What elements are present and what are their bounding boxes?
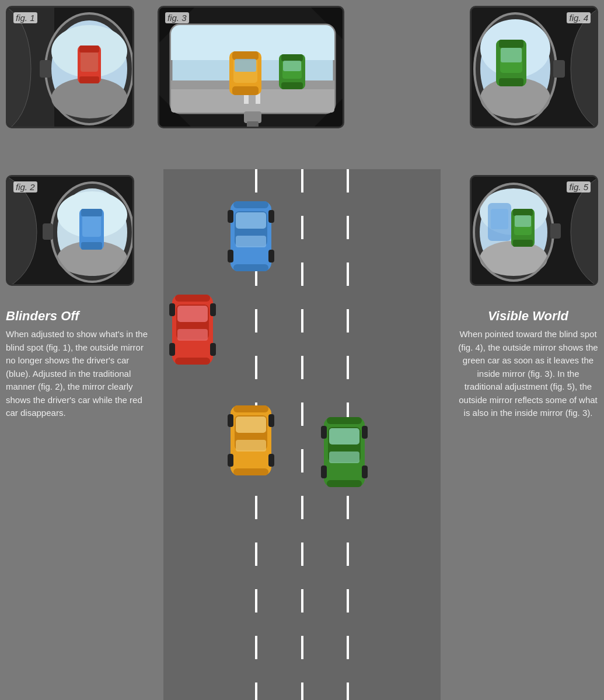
svg-rect-78 [233, 201, 268, 208]
car-yellow [228, 402, 274, 478]
svg-rect-44 [281, 82, 303, 89]
svg-rect-57 [501, 48, 522, 62]
fig1-label: fig. 1 [13, 12, 37, 23]
svg-rect-98 [175, 295, 210, 302]
svg-rect-113 [362, 466, 368, 478]
svg-rect-77 [236, 236, 266, 247]
svg-rect-108 [327, 417, 362, 424]
svg-rect-86 [236, 416, 266, 433]
svg-rect-70 [513, 240, 533, 247]
svg-rect-45 [283, 61, 301, 71]
svg-rect-38 [232, 51, 259, 60]
svg-rect-40 [235, 59, 256, 72]
svg-rect-9 [79, 76, 99, 83]
car-blue [228, 198, 274, 274]
svg-rect-55 [499, 40, 523, 48]
svg-rect-73 [550, 223, 561, 239]
visible-world-text: When pointed toward the blind spot (fig.… [458, 328, 598, 420]
car-red [169, 292, 216, 368]
svg-rect-8 [79, 46, 99, 52]
svg-rect-11 [40, 60, 51, 78]
svg-rect-7 [81, 51, 98, 72]
svg-rect-69 [513, 209, 533, 216]
visible-world-section: Visible World When pointed toward the bl… [458, 309, 598, 420]
road [163, 169, 441, 700]
svg-rect-88 [233, 405, 268, 412]
svg-rect-103 [210, 343, 216, 356]
svg-rect-76 [236, 212, 266, 229]
svg-rect-82 [268, 210, 274, 223]
svg-rect-102 [210, 303, 216, 316]
svg-rect-80 [228, 210, 233, 223]
svg-rect-71 [515, 215, 531, 227]
svg-rect-99 [175, 358, 210, 365]
visible-world-title: Visible World [458, 309, 598, 323]
fig2-panel: fig. 2 [6, 175, 134, 286]
svg-rect-110 [321, 426, 327, 439]
svg-rect-101 [169, 343, 175, 356]
svg-rect-59 [553, 60, 565, 78]
blinders-off-text: When adjusted to show what's in the blin… [6, 328, 152, 420]
fig2-label: fig. 2 [13, 181, 37, 192]
svg-rect-23 [43, 223, 53, 240]
svg-rect-96 [177, 306, 208, 322]
car-green [321, 414, 368, 490]
fig5-panel: fig. 5 [470, 175, 598, 286]
svg-rect-83 [268, 250, 274, 262]
svg-rect-89 [233, 468, 268, 475]
fig4-panel: fig. 4 [470, 6, 598, 128]
svg-rect-112 [362, 426, 368, 439]
svg-rect-21 [81, 242, 102, 250]
svg-rect-66 [491, 209, 508, 229]
fig5-label: fig. 5 [567, 181, 591, 192]
svg-rect-111 [321, 466, 327, 478]
fig4-label: fig. 4 [567, 12, 591, 23]
blinders-off-title: Blinders Off [6, 309, 152, 323]
svg-rect-39 [232, 86, 259, 95]
blinders-off-section: Blinders Off When adjusted to show what'… [6, 309, 152, 420]
svg-rect-106 [329, 428, 359, 444]
svg-rect-47 [247, 121, 259, 127]
svg-rect-92 [268, 414, 274, 427]
svg-rect-91 [228, 454, 233, 467]
svg-rect-43 [281, 54, 303, 61]
svg-rect-79 [233, 264, 268, 271]
svg-rect-109 [327, 480, 362, 487]
svg-rect-93 [268, 454, 274, 467]
svg-rect-107 [329, 452, 359, 463]
svg-rect-19 [82, 215, 101, 237]
svg-rect-56 [499, 78, 523, 86]
road-center-lane-line [301, 169, 303, 700]
svg-rect-20 [81, 209, 102, 216]
svg-rect-100 [169, 303, 175, 316]
svg-rect-90 [228, 414, 233, 427]
svg-rect-87 [236, 440, 266, 452]
fig3-panel: fig. 3 [158, 6, 344, 128]
svg-rect-97 [177, 329, 208, 341]
svg-rect-81 [228, 250, 233, 262]
fig1-panel: fig. 1 [6, 6, 134, 128]
fig3-label: fig. 3 [165, 12, 189, 23]
